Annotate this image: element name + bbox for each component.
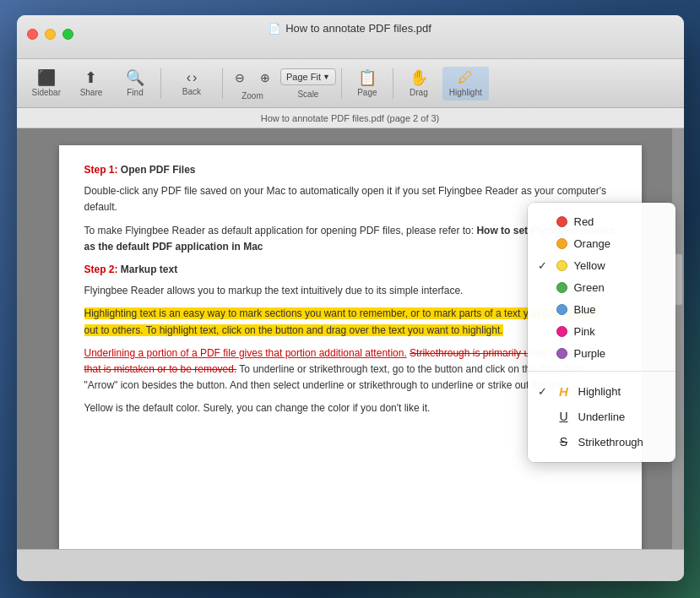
separator-2 [222, 68, 223, 99]
color-option-pink[interactable]: Pink [528, 320, 676, 342]
zoom-in-button[interactable]: ⊕ [253, 66, 277, 90]
orange-label: Orange [574, 237, 610, 250]
sidebar-button[interactable]: ⬛ Sidebar [25, 67, 68, 101]
bottom-strip [17, 549, 684, 581]
window-title: 📄 How to annotate PDF files.pdf [269, 22, 431, 35]
separator-4 [393, 68, 393, 99]
back-label: Back [182, 87, 201, 96]
page-fit-group: Page Fit ▼ Scale [280, 68, 336, 99]
highlight-dropdown-menu: Red Orange ✓ Yellow Green [528, 203, 676, 462]
title-bar: 📄 How to annotate PDF files.pdf [17, 15, 684, 59]
color-section: Red Orange ✓ Yellow Green [528, 207, 676, 367]
pdf-file-icon: 📄 [269, 23, 281, 35]
toolbar: ⬛ Sidebar ⬆ Share 🔍 Find ‹ › Back ⊖ [17, 59, 684, 108]
pink-dot [556, 326, 567, 337]
zoom-out-button[interactable]: ⊖ [228, 66, 252, 90]
annotation-section: ✓ H Highlight U Underline S Strikethroug… [528, 375, 676, 458]
check-highlight: ✓ [538, 385, 550, 398]
back-button[interactable]: ‹ › Back [166, 68, 217, 100]
color-option-green[interactable]: Green [528, 276, 676, 298]
back-icon: ‹ [187, 71, 191, 84]
separator-3 [341, 68, 342, 99]
highlight-annot-label: Highlight [578, 385, 621, 398]
zoom-in-icon: ⊕ [260, 71, 270, 84]
pink-label: Pink [574, 325, 595, 338]
find-label: Find [127, 88, 143, 97]
drag-label: Drag [410, 88, 428, 97]
highlight-button[interactable]: 🖊 Highlight [442, 67, 489, 101]
window-title-text: How to annotate PDF files.pdf [285, 22, 431, 35]
maximize-button[interactable] [62, 29, 73, 40]
menu-divider [528, 371, 676, 372]
color-option-red[interactable]: Red [528, 210, 676, 232]
drag-button[interactable]: ✋ Drag [399, 67, 439, 101]
red-dot [556, 216, 567, 227]
strikethrough-annot-label: Strikethrough [578, 436, 643, 448]
orange-dot [556, 238, 567, 249]
highlighted-text: Highlighting text is an easy way to mark… [84, 307, 600, 335]
highlight-label: Highlight [449, 88, 482, 97]
app-window: 📄 How to annotate PDF files.pdf ⬛ Sideba… [17, 15, 684, 581]
sidebar-label: Sidebar [32, 88, 61, 97]
page-fit-button[interactable]: Page Fit ▼ [280, 68, 336, 85]
scale-label: Scale [297, 90, 318, 99]
annotation-strikethrough[interactable]: S Strikethrough [528, 429, 676, 454]
step1-heading: Step 1: Open PDF Files [84, 162, 616, 178]
share-icon: ⬆ [84, 70, 97, 85]
yellow-label: Yellow [574, 259, 605, 272]
annotation-underline[interactable]: U Underline [528, 404, 676, 429]
highlight-icon: 🖊 [458, 70, 473, 85]
highlight-annot-icon: H [556, 383, 572, 399]
page-icon: 📋 [358, 70, 377, 85]
page-button[interactable]: 📋 Page [347, 67, 388, 101]
page-label: Page [357, 88, 377, 97]
share-label: Share [80, 88, 103, 97]
green-dot [556, 282, 567, 293]
dropdown-arrow-icon: ▼ [323, 73, 330, 81]
color-option-purple[interactable]: Purple [528, 342, 676, 364]
purple-dot [556, 348, 567, 359]
close-button[interactable] [27, 29, 38, 40]
minimize-button[interactable] [45, 29, 56, 40]
check-yellow: ✓ [538, 259, 550, 272]
purple-label: Purple [574, 347, 606, 360]
traffic-lights [27, 29, 73, 40]
color-option-blue[interactable]: Blue [528, 298, 676, 320]
color-option-yellow[interactable]: ✓ Yellow [528, 254, 676, 276]
color-option-orange[interactable]: Orange [528, 232, 676, 254]
strikethrough-annot-icon: S [556, 434, 572, 449]
page-fit-value: Page Fit [286, 72, 321, 82]
green-label: Green [574, 281, 605, 294]
page-info-bar: How to annotate PDF files.pdf (page 2 of… [17, 108, 684, 128]
drag-icon: ✋ [410, 70, 428, 85]
yellow-dot [556, 260, 567, 271]
page-info-text: How to annotate PDF files.pdf (page 2 of… [261, 113, 440, 123]
find-icon: 🔍 [126, 70, 144, 85]
forward-icon: › [193, 71, 197, 84]
zoom-label: Zoom [241, 91, 263, 101]
content-area: Step 1: Open PDF Files Double-click any … [17, 128, 684, 549]
blue-label: Blue [574, 303, 596, 316]
underline-annot-icon: U [556, 409, 572, 424]
sidebar-icon: ⬛ [37, 70, 56, 85]
separator-1 [160, 68, 161, 99]
blue-dot [556, 304, 567, 315]
underlined-text: Underlining a portion of a PDF file give… [84, 347, 407, 359]
zoom-group: ⊖ ⊕ Zoom [228, 66, 277, 101]
find-button[interactable]: 🔍 Find [115, 67, 155, 101]
share-button[interactable]: ⬆ Share [71, 67, 111, 101]
underline-annot-label: Underline [578, 410, 626, 423]
red-label: Red [574, 215, 594, 228]
zoom-out-icon: ⊖ [235, 71, 245, 84]
annotation-highlight[interactable]: ✓ H Highlight [528, 378, 676, 404]
